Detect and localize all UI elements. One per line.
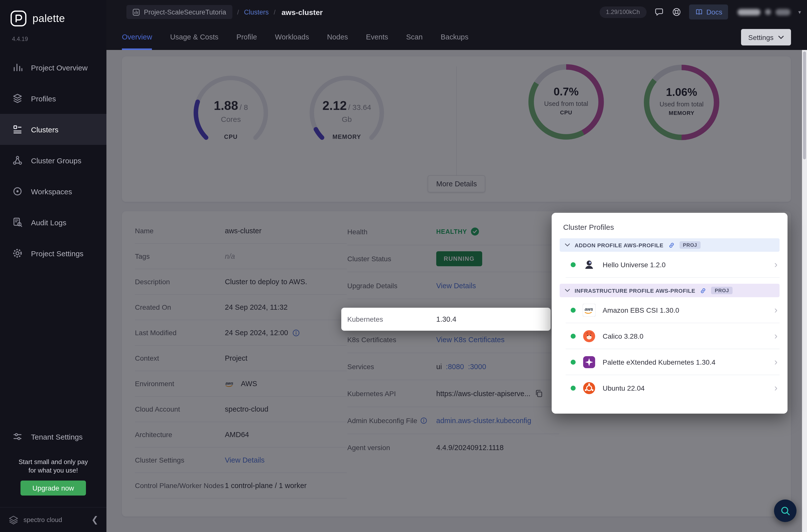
sidebar-item-workspaces[interactable]: Workspaces: [0, 176, 107, 207]
profile-pack-calico[interactable]: Calico 3.28.0 ›: [566, 323, 780, 349]
tab-backups[interactable]: Backups: [441, 24, 468, 50]
sidebar-item-label: Project Overview: [31, 63, 88, 72]
app-version: 4.4.19: [0, 27, 107, 42]
gear-icon: [12, 248, 23, 259]
sidebar-item-label: Tenant Settings: [31, 432, 83, 441]
tab-profile[interactable]: Profile: [236, 24, 257, 50]
palette-logo: palette: [0, 0, 107, 27]
profile-pack-palette-extended-kubernetes[interactable]: Palette eXtended Kubernetes 1.30.4 ›: [566, 349, 780, 375]
addon-profile-header-text: ADDON PROFILE AWS-PROFILE: [575, 242, 663, 248]
tab-events[interactable]: Events: [366, 24, 388, 50]
project-selector-chip[interactable]: Project-ScaleSecureTutoria: [127, 5, 232, 19]
chevron-right-icon: ›: [774, 330, 780, 341]
cluster-groups-icon: [12, 155, 23, 166]
upgrade-promo: Start small and only pay for what you us…: [0, 458, 107, 496]
breadcrumb-clusters-link[interactable]: Clusters: [244, 8, 268, 16]
tab-usage-costs[interactable]: Usage & Costs: [170, 24, 218, 50]
ubuntu-icon: [583, 382, 596, 395]
sidebar-footer: spectro cloud ❮: [0, 507, 107, 532]
spotlight-search-fab[interactable]: [774, 499, 796, 522]
chat-icon: [654, 7, 664, 17]
scrollbar-track: [802, 50, 807, 532]
chevron-down-icon: [565, 288, 570, 293]
project-chip-label: Project-ScaleSecureTutoria: [144, 8, 226, 16]
sidebar-item-cluster-groups[interactable]: Cluster Groups: [0, 145, 107, 176]
pack-status-dot: [571, 359, 576, 364]
redacted-blob: [765, 9, 771, 15]
link-icon: [668, 242, 675, 248]
cluster-tabs: Overview Usage & Costs Profile Workloads…: [107, 24, 807, 50]
docs-button[interactable]: Docs: [689, 4, 728, 19]
tab-workloads[interactable]: Workloads: [275, 24, 309, 50]
breadcrumb-current-cluster: aws-cluster: [282, 8, 323, 16]
sliders-icon: [12, 431, 23, 442]
sidebar-item-label: Profiles: [31, 94, 56, 103]
palette-logo-icon: [10, 10, 27, 27]
audit-logs-icon: [12, 217, 23, 228]
pxk-icon: [583, 356, 596, 368]
addon-profile-header[interactable]: ADDON PROFILE AWS-PROFILE PROJ: [560, 238, 780, 252]
infrastructure-profile-header-text: INFRASTRUCTURE PROFILE AWS-PROFILE: [575, 287, 695, 293]
pack-status-dot: [571, 386, 576, 391]
main-area: Project-ScaleSecureTutoria / Clusters / …: [107, 0, 807, 532]
sidebar-collapse-icon[interactable]: ❮: [91, 514, 99, 525]
upgrade-now-button[interactable]: Upgrade now: [20, 480, 86, 496]
chevron-right-icon: ›: [774, 259, 780, 270]
palette-logo-text: palette: [33, 13, 65, 24]
book-icon: [695, 8, 703, 16]
sidebar-item-clusters[interactable]: Clusters: [0, 114, 107, 145]
sidebar-item-project-settings[interactable]: Project Settings: [0, 238, 107, 269]
chevron-down-icon: [778, 35, 784, 39]
sidebar-item-label: Clusters: [31, 125, 58, 134]
scrollbar-thumb[interactable]: [803, 52, 806, 159]
tab-scan[interactable]: Scan: [406, 24, 423, 50]
kubernetes-version-value: 1.30.4: [436, 315, 456, 323]
pack-status-dot: [571, 307, 576, 312]
sidebar-item-audit-logs[interactable]: Audit Logs: [0, 207, 107, 238]
redacted-blob: [776, 9, 791, 15]
profile-pack-amazon-ebs-csi[interactable]: aws Amazon EBS CSI 1.30.0 ›: [566, 297, 780, 323]
tab-nodes[interactable]: Nodes: [327, 24, 348, 50]
help-button[interactable]: [671, 7, 681, 17]
svg-text:aws: aws: [585, 306, 593, 311]
tab-overview[interactable]: Overview: [122, 24, 152, 50]
link-icon: [700, 287, 707, 294]
breadcrumb-separator: /: [237, 8, 239, 16]
chevron-right-icon: ›: [774, 356, 780, 367]
aws-icon: aws: [583, 303, 596, 317]
mini-chart-icon: [132, 8, 140, 16]
pack-status-dot: [571, 334, 576, 338]
calico-icon: [583, 329, 596, 342]
profile-pack-ubuntu[interactable]: Ubuntu 22.04 ›: [566, 375, 780, 401]
sidebar-item-label: Audit Logs: [31, 218, 67, 227]
redacted-blob: [738, 9, 761, 15]
kubernetes-row[interactable]: Kubernetes 1.30.4: [341, 308, 551, 331]
chevron-right-icon: ›: [774, 383, 780, 394]
app-window: palette 4.4.19 Project Overview Profiles…: [0, 0, 807, 532]
sidebar-item-project-overview[interactable]: Project Overview: [0, 52, 107, 83]
docs-label: Docs: [706, 8, 722, 16]
bar-chart-icon: [12, 62, 23, 73]
spectro-cloud-brand: spectro cloud: [23, 516, 62, 524]
profile-pack-hello-universe[interactable]: Hello Universe 1.2.0 ›: [566, 252, 780, 278]
magnifier-icon: [780, 505, 791, 516]
sidebar-item-profiles[interactable]: Profiles: [0, 83, 107, 114]
settings-label: Settings: [748, 33, 773, 41]
cluster-profiles-title: Cluster Profiles: [563, 223, 780, 231]
chat-button[interactable]: [654, 7, 664, 17]
sidebar-item-tenant-settings[interactable]: Tenant Settings: [0, 421, 107, 452]
kubernetes-label: Kubernetes: [347, 315, 436, 323]
promo-line-2: for what you use!: [0, 466, 107, 475]
breadcrumb-separator: /: [274, 8, 275, 16]
overflow-caret-icon[interactable]: ▾: [798, 9, 801, 15]
top-bar: Project-ScaleSecureTutoria / Clusters / …: [107, 0, 807, 24]
chevron-down-icon: [565, 242, 570, 248]
sidebar-item-label: Workspaces: [31, 187, 72, 195]
lifebuoy-icon: [671, 7, 681, 17]
infrastructure-profile-header[interactable]: INFRASTRUCTURE PROFILE AWS-PROFILE PROJ: [560, 284, 780, 297]
content-area: 1.88/ 8 Cores CPU 2.12/ 33.64 Gb MEMORY: [107, 50, 807, 532]
sidebar-menu: Project Overview Profiles Clusters Clust…: [0, 52, 107, 269]
spectro-cloud-logo-icon: [8, 515, 19, 524]
layers-icon: [12, 93, 23, 104]
settings-dropdown-button[interactable]: Settings: [741, 29, 791, 45]
